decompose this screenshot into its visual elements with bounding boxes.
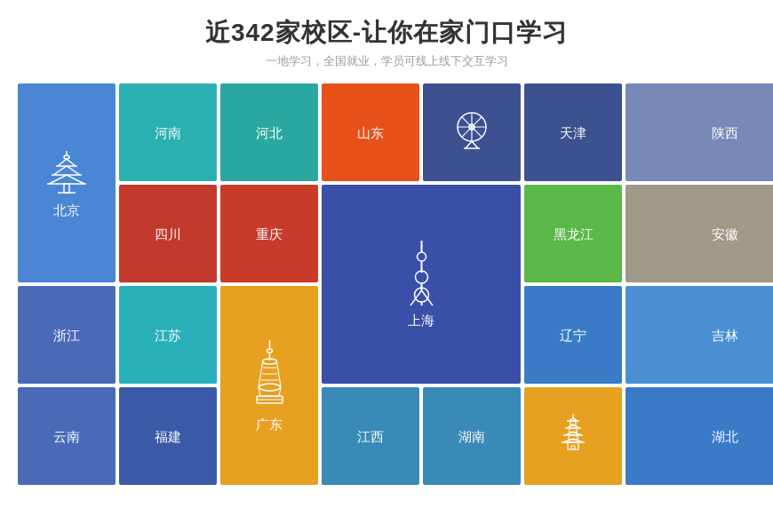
svg-point-19	[415, 271, 427, 283]
tile-jiangxi[interactable]: 江西	[322, 387, 419, 485]
sichuan-label: 四川	[155, 226, 181, 243]
tile-shandong[interactable]: 山东	[322, 83, 419, 181]
tile-hunan[interactable]: 湖南	[423, 387, 521, 485]
tianjin-label: 天津	[560, 125, 586, 142]
svg-rect-5	[64, 184, 69, 193]
jiangxi-label: 江西	[357, 429, 384, 446]
svg-rect-49	[571, 446, 575, 449]
tile-sichuan[interactable]: 四川	[119, 185, 217, 282]
shandong-label: 山东	[357, 125, 384, 142]
beijing-label: 北京	[53, 202, 80, 219]
tile-chongqing[interactable]: 重庆	[220, 185, 318, 282]
tile-heilongjiang[interactable]: 黑龙江	[524, 185, 622, 282]
tile-tianjin[interactable]: 天津	[524, 83, 622, 181]
tile-shanghai[interactable]: 上海	[322, 185, 521, 384]
zhejiang-label: 浙江	[53, 328, 80, 345]
yunnan-label: 云南	[53, 429, 80, 446]
anhui-label: 安徽	[712, 226, 738, 243]
hubei-label: 湖北	[712, 429, 738, 446]
tile-hubei-icon[interactable]	[524, 387, 622, 485]
liaoning-label: 辽宁	[560, 328, 586, 345]
tile-liaoning[interactable]: 辽宁	[524, 286, 622, 384]
svg-line-29	[259, 361, 263, 387]
jiangsu-label: 江苏	[155, 328, 181, 345]
page-header: 近342家校区-让你在家门口学习 一地学习，全国就业，学员可线上线下交互学习	[0, 0, 773, 76]
page-title: 近342家校区-让你在家门口学习	[0, 16, 773, 50]
tile-fujian[interactable]: 福建	[119, 387, 217, 485]
tile-shaanxi[interactable]: 陕西	[626, 83, 773, 181]
shanghai-label: 上海	[408, 313, 434, 330]
tile-guangdong[interactable]: 广东	[220, 286, 318, 485]
tile-hubei[interactable]: 湖北	[626, 387, 773, 485]
tile-hebei[interactable]: 河北	[220, 83, 318, 181]
fujian-label: 福建	[155, 429, 181, 446]
tile-tianjin-icon[interactable]	[423, 83, 521, 181]
heilongjiang-label: 黑龙江	[554, 226, 594, 243]
hunan-label: 湖南	[458, 429, 485, 446]
tile-jiangsu[interactable]: 江苏	[119, 286, 217, 384]
svg-line-30	[276, 361, 281, 387]
jilin-label: 吉林	[712, 328, 738, 345]
hebei-label: 河北	[256, 125, 283, 142]
tile-zhejiang[interactable]: 浙江	[18, 286, 116, 384]
tile-beijing[interactable]: 北京	[18, 83, 116, 282]
chongqing-label: 重庆	[256, 226, 283, 243]
svg-point-34	[259, 384, 280, 391]
tile-anhui[interactable]: 安徽	[626, 185, 773, 282]
svg-point-26	[267, 349, 272, 353]
svg-point-17	[417, 252, 426, 261]
svg-line-14	[472, 141, 478, 148]
page-subtitle: 一地学习，全国就业，学员可线上线下交互学习	[0, 53, 773, 69]
henan-label: 河南	[155, 125, 181, 142]
svg-line-13	[466, 141, 472, 148]
shaanxi-label: 陕西	[712, 125, 738, 142]
tile-henan[interactable]: 河南	[119, 83, 217, 181]
svg-line-23	[410, 290, 422, 306]
tile-jilin[interactable]: 吉林	[626, 286, 773, 384]
guangdong-label: 广东	[256, 417, 283, 433]
tile-yunnan[interactable]: 云南	[18, 387, 116, 485]
city-grid: 北京 河南 河北 山东 天津 陕西 四川	[0, 76, 773, 492]
svg-line-24	[421, 290, 433, 306]
